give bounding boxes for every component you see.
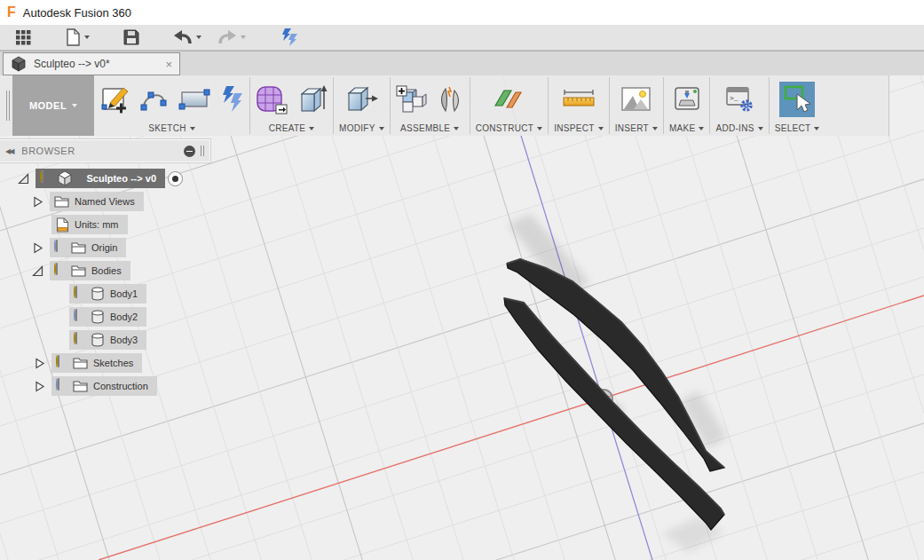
visibility-bulb-icon[interactable] bbox=[54, 264, 66, 279]
browser-item-label: Bodies bbox=[91, 265, 122, 276]
browser-item-pill[interactable]: Construction bbox=[51, 376, 157, 396]
ribbon-group-construct: CONSTRUCT bbox=[470, 75, 548, 136]
visibility-bulb-icon[interactable] bbox=[56, 356, 67, 371]
redo-button[interactable] bbox=[212, 28, 251, 47]
extrude-button[interactable] bbox=[296, 84, 328, 114]
browser-item-body3[interactable]: Body3 bbox=[69, 330, 146, 350]
spline-icon bbox=[139, 85, 170, 114]
joint-button[interactable] bbox=[436, 85, 464, 114]
insert-image-icon bbox=[620, 86, 652, 113]
fusion-logo-icon: F bbox=[7, 5, 16, 20]
browser-item-origin[interactable]: Origin bbox=[32, 238, 126, 257]
addins-group-dropdown[interactable]: ADD-INS bbox=[715, 123, 762, 133]
make-group-dropdown[interactable]: MAKE bbox=[669, 123, 705, 133]
new-component-button[interactable] bbox=[396, 85, 428, 114]
browser-item-bodies[interactable]: Bodies bbox=[32, 261, 130, 280]
document-tab-label: Sculpteo --> v0* bbox=[34, 58, 158, 70]
create-form-button[interactable] bbox=[256, 84, 288, 114]
inspect-group-dropdown[interactable]: INSPECT bbox=[554, 123, 603, 133]
3d-print-icon bbox=[672, 86, 702, 113]
ribbon-drag-handle[interactable] bbox=[4, 75, 12, 136]
activate-component-radio[interactable] bbox=[168, 171, 183, 186]
group-label: INSERT bbox=[615, 123, 649, 133]
browser-item-label: Body2 bbox=[110, 312, 138, 322]
undo-button[interactable] bbox=[168, 28, 207, 47]
browser-item-label: Body3 bbox=[110, 335, 138, 345]
spline-button[interactable] bbox=[139, 85, 170, 114]
browser-drag-handle[interactable] bbox=[201, 146, 204, 156]
browser-item-sketches[interactable]: Sketches bbox=[34, 353, 142, 373]
group-label: SKETCH bbox=[148, 123, 186, 133]
3d-print-button[interactable] bbox=[672, 86, 702, 113]
sync-job-status-icon bbox=[280, 28, 299, 46]
new-component-icon bbox=[396, 85, 428, 114]
scripts-and-addins-button[interactable]: >_ bbox=[724, 86, 754, 113]
chevron-down-icon bbox=[379, 127, 384, 130]
browser-item-construction[interactable]: Construction bbox=[34, 376, 157, 396]
browser-item-pill[interactable]: Sketches bbox=[51, 353, 142, 373]
insert-image-button[interactable] bbox=[620, 86, 652, 113]
insert-group-dropdown[interactable]: INSERT bbox=[615, 123, 658, 133]
browser-item-pill[interactable]: Units: mm bbox=[51, 215, 128, 234]
create-sketch-button[interactable] bbox=[99, 83, 131, 115]
create-group-dropdown[interactable]: CREATE bbox=[269, 123, 315, 133]
browser-item-named-views[interactable]: Named Views bbox=[32, 192, 144, 211]
visibility-bulb-icon[interactable] bbox=[74, 333, 85, 348]
sync-job-status-button[interactable] bbox=[274, 27, 304, 48]
construct-group-dropdown[interactable]: CONSTRUCT bbox=[476, 123, 542, 133]
modify-group-dropdown[interactable]: MODIFY bbox=[339, 123, 384, 133]
browser-item-pill[interactable]: Body2 bbox=[69, 307, 146, 327]
select-group-dropdown[interactable]: SELECT bbox=[775, 123, 820, 133]
workspace-switcher[interactable]: MODEL bbox=[12, 75, 94, 136]
select-button[interactable] bbox=[779, 82, 815, 117]
file-menu-button[interactable] bbox=[59, 27, 95, 48]
browser-item-pill[interactable]: Named Views bbox=[50, 192, 144, 211]
construction-plane-button[interactable] bbox=[494, 86, 524, 113]
folder-icon bbox=[54, 195, 69, 208]
browser-collapse-icon[interactable]: ◀◀ bbox=[5, 147, 12, 155]
visibility-bulb-icon[interactable] bbox=[40, 171, 51, 186]
expand-triangle-icon[interactable] bbox=[32, 242, 43, 254]
sketch-group-dropdown[interactable]: SKETCH bbox=[148, 123, 194, 133]
browser-panel-header[interactable]: ◀◀ BROWSER bbox=[0, 139, 210, 162]
save-button[interactable] bbox=[118, 28, 145, 47]
browser-item-label: Named Views bbox=[75, 196, 135, 207]
units-document-icon bbox=[56, 217, 69, 233]
stop-sketch-button[interactable] bbox=[219, 86, 244, 113]
undo-icon bbox=[173, 30, 193, 45]
expand-triangle-icon[interactable] bbox=[34, 358, 45, 369]
two-point-rectangle-button[interactable] bbox=[178, 87, 211, 112]
browser-remove-icon[interactable] bbox=[184, 146, 195, 157]
browser-item-units[interactable]: Units: mm bbox=[51, 215, 128, 234]
expand-triangle-icon[interactable] bbox=[34, 381, 45, 392]
group-label: INSPECT bbox=[554, 123, 594, 133]
visibility-bulb-icon[interactable] bbox=[74, 287, 85, 302]
browser-item-pill[interactable]: Body3 bbox=[69, 330, 146, 350]
ribbon-group-create: CREATE bbox=[250, 75, 333, 136]
browser-item-pill[interactable]: Bodies bbox=[50, 261, 130, 280]
collapse-triangle-icon[interactable] bbox=[18, 173, 29, 185]
ribbon-group-sketch: SKETCH bbox=[94, 75, 249, 136]
collapse-triangle-icon[interactable] bbox=[32, 265, 43, 277]
ribbon-group-modify: MODIFY bbox=[334, 75, 390, 136]
browser-item-root[interactable]: Sculpteo --> v0 bbox=[18, 169, 183, 188]
assemble-group-dropdown[interactable]: ASSEMBLE bbox=[400, 123, 459, 133]
tab-close-icon[interactable]: × bbox=[165, 59, 172, 70]
press-pull-button[interactable] bbox=[344, 85, 378, 114]
save-icon bbox=[123, 29, 139, 45]
browser-item-pill[interactable]: Body1 bbox=[69, 284, 146, 304]
expand-triangle-icon[interactable] bbox=[32, 196, 43, 208]
browser-item-body1[interactable]: Body1 bbox=[69, 284, 146, 304]
browser-item-pill[interactable]: Origin bbox=[50, 238, 126, 257]
measure-button[interactable] bbox=[560, 89, 597, 110]
joint-icon bbox=[436, 85, 464, 114]
document-tab[interactable]: Sculpteo --> v0* × bbox=[3, 52, 180, 75]
app-grid-button[interactable] bbox=[11, 28, 36, 47]
browser-root-pill[interactable]: Sculpteo --> v0 bbox=[36, 169, 165, 188]
file-icon bbox=[65, 28, 81, 46]
browser-item-body2[interactable]: Body2 bbox=[69, 307, 146, 327]
quick-access-toolbar bbox=[0, 25, 924, 51]
visibility-bulb-icon[interactable] bbox=[74, 310, 85, 325]
visibility-bulb-icon[interactable] bbox=[56, 379, 67, 394]
visibility-bulb-icon[interactable] bbox=[54, 241, 66, 256]
